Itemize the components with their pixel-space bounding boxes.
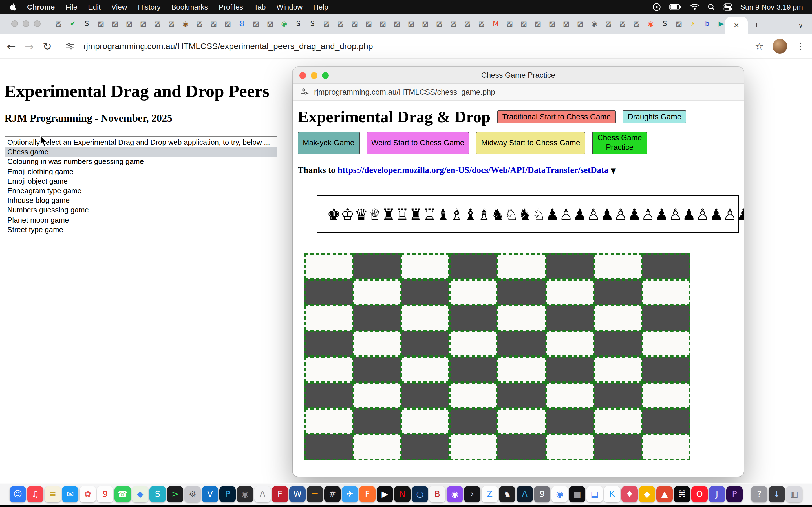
board-cell[interactable] (642, 253, 690, 279)
board-cell[interactable] (642, 305, 690, 331)
board-cell[interactable] (305, 356, 353, 383)
dock-app-zoom[interactable]: Z (481, 486, 498, 503)
board-cell[interactable] (497, 434, 546, 460)
back-button[interactable]: ← (7, 40, 16, 52)
dock-app-music[interactable]: ♫ (27, 486, 43, 503)
dock-app-ocean-app[interactable]: ○ (412, 486, 428, 503)
dock-app-netflix[interactable]: N (394, 486, 410, 503)
board-cell[interactable] (401, 331, 449, 357)
dock-app-maps[interactable]: ◆ (132, 486, 148, 503)
pinned-tab-favicon[interactable]: ▨ (252, 19, 260, 28)
dock-app-gray-app[interactable]: 9 (534, 486, 550, 503)
chess-piece[interactable]: ♕ (368, 207, 382, 222)
pinned-tab-favicon[interactable]: ▶ (717, 19, 726, 28)
chess-piece[interactable]: ♟ (709, 207, 723, 222)
board-cell[interactable] (642, 279, 690, 305)
active-tab[interactable]: ✕ (725, 17, 748, 34)
dock-app-capture-app[interactable]: ■ (569, 486, 585, 503)
pinned-tab-favicon[interactable]: ◉ (280, 19, 289, 28)
chess-piece[interactable]: ♚ (327, 207, 341, 222)
board-cell[interactable] (546, 279, 594, 305)
pinned-tab-favicon[interactable]: ▨ (364, 19, 373, 28)
pinned-tab-favicon[interactable]: ◉ (590, 19, 599, 28)
board-cell[interactable] (449, 253, 497, 279)
popup-site-info-icon[interactable] (301, 87, 309, 97)
board-cell[interactable] (642, 331, 690, 357)
pinned-tab-favicon[interactable]: ▨ (393, 19, 402, 28)
browser-menu-icon[interactable]: ⋮ (796, 41, 805, 51)
pinned-tab-favicon[interactable]: ▨ (449, 19, 458, 28)
board-cell[interactable] (497, 356, 546, 383)
dock-app-messages[interactable]: S (149, 486, 166, 503)
pinned-tab-favicon[interactable]: ▨ (505, 19, 514, 28)
dock-app-photoshop[interactable]: P (219, 486, 236, 503)
board-cell[interactable] (642, 434, 690, 460)
dock-app-bbedit[interactable]: B (429, 486, 446, 503)
chess-piece[interactable]: ♙ (668, 207, 682, 222)
board-cell[interactable] (449, 305, 497, 331)
pinned-tab-favicon[interactable]: ✔ (68, 19, 77, 28)
pinned-tab-favicon[interactable]: ▨ (463, 19, 472, 28)
pinned-tab-favicon[interactable]: ▨ (378, 19, 388, 28)
pinned-tab-favicon[interactable]: ▨ (562, 19, 571, 28)
pinned-tab-favicon[interactable]: S (308, 19, 317, 28)
pinned-tab-favicon[interactable]: S (660, 19, 669, 28)
menu-view[interactable]: View (111, 3, 127, 11)
dock-app-downloads[interactable]: ↓ (769, 486, 785, 503)
board-cell[interactable] (401, 305, 449, 331)
board-cell[interactable] (401, 279, 449, 305)
pinned-tab-favicon[interactable]: ▨ (54, 19, 63, 28)
popup-button[interactable]: Midway Start to Chess Game (476, 132, 585, 154)
menu-help[interactable]: Help (313, 3, 328, 11)
pinned-tab-favicon[interactable]: ▨ (322, 19, 331, 28)
dock-app-calculator[interactable]: = (307, 486, 323, 503)
listbox-option[interactable]: Emoji object game (5, 176, 277, 186)
board-cell[interactable] (449, 279, 497, 305)
dock-app-dev-app[interactable]: # (324, 486, 341, 503)
chess-piece[interactable]: ♔ (341, 207, 354, 222)
chess-piece[interactable]: ♘ (505, 207, 518, 222)
menu-chrome[interactable]: Chrome (27, 3, 55, 11)
chess-piece[interactable]: ♖ (423, 207, 436, 222)
new-tab-button[interactable]: + (750, 18, 763, 32)
board-cell[interactable] (305, 434, 353, 460)
menu-tab[interactable]: Tab (254, 3, 266, 11)
listbox-option[interactable]: Enneagram type game (5, 186, 277, 195)
dock-app-affinity[interactable]: A (516, 486, 533, 503)
board-cell[interactable] (642, 356, 690, 383)
board-cell[interactable] (305, 331, 353, 357)
board-cell[interactable] (546, 356, 594, 383)
dock-app-filezilla[interactable]: F (272, 486, 288, 503)
popup-zoom-button[interactable] (322, 72, 329, 79)
dock-app-safari[interactable]: ✈ (342, 486, 358, 503)
dock-app-docs[interactable]: ▤ (587, 486, 603, 503)
menubar-clock[interactable]: Sun 9 Nov 3:19 pm (740, 3, 803, 11)
wifi-icon[interactable] (690, 3, 699, 10)
board-cell[interactable] (353, 305, 401, 331)
pinned-tab-favicon[interactable]: ▨ (632, 19, 641, 28)
spotlight-icon[interactable] (707, 3, 715, 10)
chess-piece[interactable]: ♝ (463, 207, 477, 222)
battery-icon[interactable] (669, 4, 681, 10)
board-cell[interactable] (594, 305, 642, 331)
chess-piece[interactable]: ♟ (573, 207, 587, 222)
pinned-tab-favicon[interactable]: ◉ (181, 19, 190, 28)
listbox-option[interactable]: Numbers guessing game (5, 205, 277, 215)
chess-piece[interactable]: ♝ (437, 207, 450, 222)
board-cell[interactable] (305, 253, 353, 279)
board-cell[interactable] (642, 383, 690, 408)
board-cell[interactable] (305, 408, 353, 434)
popup-button[interactable]: Traditional Start to Chess Game (497, 110, 616, 123)
menu-history[interactable]: History (138, 3, 161, 11)
window-controls[interactable] (11, 20, 41, 27)
pinned-tab-favicon[interactable]: ▨ (519, 19, 528, 28)
dock-app-vscode[interactable]: V (202, 486, 218, 503)
chess-piece[interactable]: ♙ (559, 207, 573, 222)
chess-piece[interactable]: ♖ (395, 207, 409, 222)
chess-piece[interactable]: ♟ (546, 207, 559, 222)
chess-piece[interactable]: ♙ (587, 207, 600, 222)
chess-piece[interactable]: ♟ (737, 207, 744, 222)
dock-app-rosetta[interactable]: ? (751, 486, 767, 503)
pinned-tab-favicon[interactable]: ▨ (674, 19, 683, 28)
control-center-icon[interactable] (723, 3, 732, 10)
